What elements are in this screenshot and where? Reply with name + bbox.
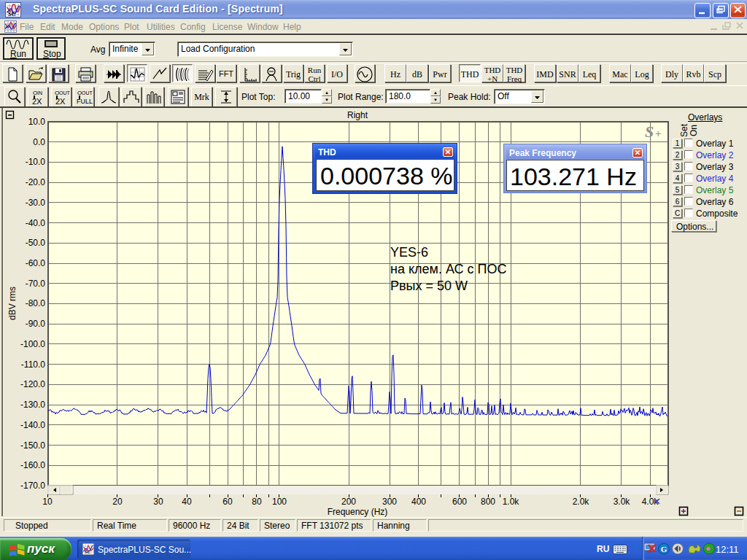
svg-text:+: + bbox=[655, 128, 662, 139]
svg-text:40: 40 bbox=[182, 497, 192, 507]
svg-text:-40.0: -40.0 bbox=[26, 218, 46, 228]
svg-text:SC: SC bbox=[85, 549, 91, 554]
svg-text:400: 400 bbox=[411, 497, 426, 507]
svg-text:-140.0: -140.0 bbox=[20, 420, 45, 430]
svg-text:-60.0: -60.0 bbox=[26, 258, 46, 268]
svg-text:10: 10 bbox=[42, 497, 53, 507]
svg-text:20: 20 bbox=[112, 497, 123, 507]
svg-text:-170.0: -170.0 bbox=[20, 481, 45, 491]
svg-text:-50.0: -50.0 bbox=[26, 238, 46, 248]
svg-text:G: G bbox=[661, 545, 667, 553]
svg-text:2.0k: 2.0k bbox=[573, 497, 590, 507]
svg-text:-110.0: -110.0 bbox=[21, 359, 45, 370]
svg-text:-120.0: -120.0 bbox=[20, 379, 45, 389]
svg-text:-10.0: -10.0 bbox=[26, 157, 46, 167]
svg-text:-20.0: -20.0 bbox=[26, 177, 46, 187]
svg-text:300: 300 bbox=[382, 497, 397, 507]
svg-text:-150.0: -150.0 bbox=[20, 440, 45, 451]
svg-text:S: S bbox=[645, 122, 654, 141]
svg-text:10.0: 10.0 bbox=[28, 117, 46, 127]
svg-text:OUT: OUT bbox=[82, 90, 93, 96]
svg-text:200: 200 bbox=[341, 497, 356, 507]
svg-text:2X: 2X bbox=[32, 97, 42, 106]
svg-text:SC: SC bbox=[8, 11, 15, 18]
svg-text:30: 30 bbox=[153, 497, 163, 507]
svg-text:800: 800 bbox=[481, 497, 495, 507]
svg-text:dBV rms: dBV rms bbox=[7, 287, 18, 320]
svg-text:-70.0: -70.0 bbox=[26, 279, 46, 289]
svg-text:Рвых = 50 W: Рвых = 50 W bbox=[390, 279, 468, 293]
svg-text:1.0k: 1.0k bbox=[503, 497, 520, 507]
svg-text:-160.0: -160.0 bbox=[20, 460, 45, 470]
svg-text:100: 100 bbox=[272, 497, 287, 507]
svg-text:Right: Right bbox=[347, 110, 368, 120]
svg-text:60: 60 bbox=[222, 497, 233, 507]
svg-text:-30.0: -30.0 bbox=[26, 198, 46, 208]
svg-text:на клем. АС с ПОС: на клем. АС с ПОС bbox=[390, 262, 506, 276]
svg-text:-100.0: -100.0 bbox=[20, 339, 45, 349]
svg-text:2X: 2X bbox=[55, 97, 66, 106]
svg-text:FULL: FULL bbox=[77, 98, 93, 105]
svg-text:-130.0: -130.0 bbox=[20, 400, 45, 410]
svg-text:YES-6: YES-6 bbox=[390, 245, 428, 260]
svg-text:0.0: 0.0 bbox=[33, 137, 45, 147]
svg-text:-90.0: -90.0 bbox=[26, 319, 46, 329]
svg-text:600: 600 bbox=[452, 497, 467, 507]
svg-text:-80.0: -80.0 bbox=[26, 298, 46, 308]
svg-text:80: 80 bbox=[252, 497, 262, 507]
svg-text:OUT: OUT bbox=[59, 90, 71, 96]
svg-text:IN: IN bbox=[37, 90, 42, 96]
svg-text:Frequency (Hz): Frequency (Hz) bbox=[328, 507, 388, 517]
svg-text:3.0k: 3.0k bbox=[614, 497, 631, 507]
